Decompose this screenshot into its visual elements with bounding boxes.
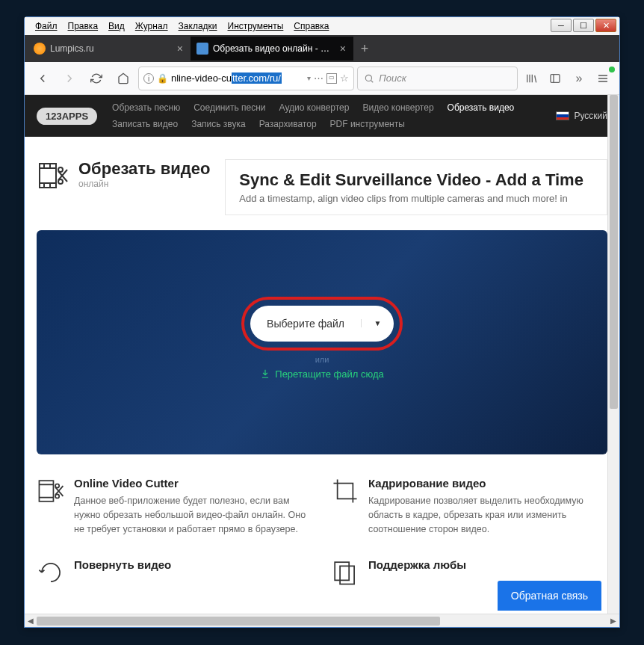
nav-link[interactable]: Разархиватор xyxy=(259,119,317,129)
scrollbar-horizontal[interactable]: ◀ ▶ xyxy=(25,614,619,627)
feature-block: Повернуть видео xyxy=(37,558,313,587)
bookmark-icon[interactable]: ☆ xyxy=(340,72,349,84)
maximize-button[interactable]: ☐ xyxy=(573,19,594,32)
url-bar[interactable]: i 🔒 nline-video-cutter.com/ru/ ▾ ⋯ ▭ ☆ xyxy=(138,67,354,90)
page-content: 123APPS Обрезать песню Соединить песни А… xyxy=(25,95,619,614)
menu-history[interactable]: Журнал xyxy=(131,19,173,33)
search-icon xyxy=(364,73,374,84)
drop-zone[interactable]: Выберите файл ▼ или Перетащите файл сюда xyxy=(37,230,607,454)
scissors-film-icon xyxy=(37,477,65,505)
svg-rect-5 xyxy=(39,481,53,502)
dropdown-icon[interactable]: ▾ xyxy=(307,74,311,82)
scissors-film-icon xyxy=(37,159,69,192)
tab-bar: Lumpics.ru × Обрезать видео онлайн - обр… xyxy=(25,35,619,62)
menubar: Файл Правка Вид Журнал Закладки Инструме… xyxy=(25,17,619,35)
nav-link[interactable]: PDF инструменты xyxy=(330,119,405,129)
site-nav: 123APPS Обрезать песню Соединить песни А… xyxy=(25,95,619,137)
overflow-icon[interactable]: » xyxy=(569,68,589,89)
library-icon[interactable] xyxy=(521,68,542,89)
home-button[interactable] xyxy=(111,67,135,90)
feature-desc: Кадрирование позволяет выделить необходи… xyxy=(368,494,607,536)
back-button[interactable] xyxy=(31,67,55,90)
feature-block: Online Video Cutter Данное веб-приложени… xyxy=(37,477,313,536)
scroll-left-icon[interactable]: ◀ xyxy=(25,617,37,625)
close-window-button[interactable]: ✕ xyxy=(595,19,616,32)
feedback-button[interactable]: Обратная связь xyxy=(498,581,601,611)
tab-title: Lumpics.ru xyxy=(50,43,171,54)
menu-tools[interactable]: Инструменты xyxy=(223,19,288,33)
toolbar: i 🔒 nline-video-cutter.com/ru/ ▾ ⋯ ▭ ☆ П… xyxy=(25,62,619,95)
menu-bookmarks[interactable]: Закладки xyxy=(174,19,222,33)
nav-link[interactable]: Соединить песни xyxy=(193,102,265,113)
nav-link[interactable]: Видео конвертер xyxy=(362,102,433,113)
tab-video-cutter[interactable]: Обрезать видео онлайн - обр × xyxy=(191,37,353,61)
menu-edit[interactable]: Правка xyxy=(64,19,103,33)
rotate-icon xyxy=(37,558,65,587)
sidebar-icon[interactable] xyxy=(545,68,566,89)
forward-button[interactable] xyxy=(58,67,81,90)
ad-subtitle: Add a timestamp, align video clips from … xyxy=(239,193,593,204)
nav-link[interactable]: Записать видео xyxy=(112,119,178,129)
svg-point-0 xyxy=(366,75,372,81)
ad-title: Sync & Edit Surveillance Video - Add a T… xyxy=(239,170,593,190)
nav-link[interactable]: Аудио конвертер xyxy=(279,102,350,113)
nav-link-active[interactable]: Обрезать видео xyxy=(448,102,515,113)
menu-file[interactable]: Файл xyxy=(31,19,62,33)
close-tab-icon[interactable]: × xyxy=(338,43,347,55)
highlight-ring xyxy=(241,297,403,351)
svg-rect-1 xyxy=(551,74,560,82)
minimize-button[interactable]: ─ xyxy=(551,19,572,32)
search-box[interactable]: Поиск xyxy=(357,67,518,90)
info-icon[interactable]: i xyxy=(143,73,154,84)
feature-title: Online Video Cutter xyxy=(74,477,313,490)
feature-desc: Данное веб-приложение будет полезно, есл… xyxy=(74,494,313,536)
or-text: или xyxy=(315,355,329,364)
svg-rect-2 xyxy=(40,164,56,188)
crop-icon xyxy=(331,477,359,505)
favicon-icon xyxy=(34,43,46,55)
url-text: nline-video-cutter.com/ru/ xyxy=(171,72,282,84)
nav-links: Обрезать песню Соединить песни Аудио кон… xyxy=(112,102,541,129)
page-subtitle: онлайн xyxy=(78,179,210,189)
nav-link[interactable]: Обрезать песню xyxy=(112,102,180,113)
close-tab-icon[interactable]: × xyxy=(176,43,185,55)
tab-lumpics[interactable]: Lumpics.ru × xyxy=(28,37,191,61)
formats-icon xyxy=(331,558,359,587)
ad-banner[interactable]: Sync & Edit Surveillance Video - Add a T… xyxy=(225,159,607,215)
download-icon xyxy=(260,368,270,379)
nav-link[interactable]: Запись звука xyxy=(191,119,246,129)
favicon-icon xyxy=(196,43,208,55)
lock-icon: 🔒 xyxy=(157,73,168,84)
page-title: Обрезать видео xyxy=(78,159,210,179)
feature-title: Поддержка любы xyxy=(368,558,466,571)
reader-icon[interactable]: ▭ xyxy=(326,73,337,84)
tab-title: Обрезать видео онлайн - обр xyxy=(213,43,334,54)
more-icon[interactable]: ⋯ xyxy=(314,72,323,84)
scrollbar-vertical[interactable] xyxy=(607,95,619,614)
hamburger-icon[interactable] xyxy=(592,68,613,89)
menu-help[interactable]: Справка xyxy=(289,19,333,33)
new-tab-button[interactable]: + xyxy=(353,41,376,57)
feature-title: Повернуть видео xyxy=(74,558,171,571)
feature-block: Кадрирование видео Кадрирование позволяе… xyxy=(331,477,607,536)
language-selector[interactable]: Русский xyxy=(556,111,607,121)
reload-button[interactable] xyxy=(84,67,108,90)
site-logo[interactable]: 123APPS xyxy=(37,108,97,125)
feature-title: Кадрирование видео xyxy=(368,477,607,490)
menu-view[interactable]: Вид xyxy=(104,19,129,33)
scroll-right-icon[interactable]: ▶ xyxy=(607,617,619,625)
flag-icon xyxy=(556,111,569,120)
svg-rect-8 xyxy=(335,562,349,580)
search-placeholder: Поиск xyxy=(379,72,406,84)
drag-hint: Перетащите файл сюда xyxy=(260,368,383,380)
svg-rect-9 xyxy=(340,567,354,584)
